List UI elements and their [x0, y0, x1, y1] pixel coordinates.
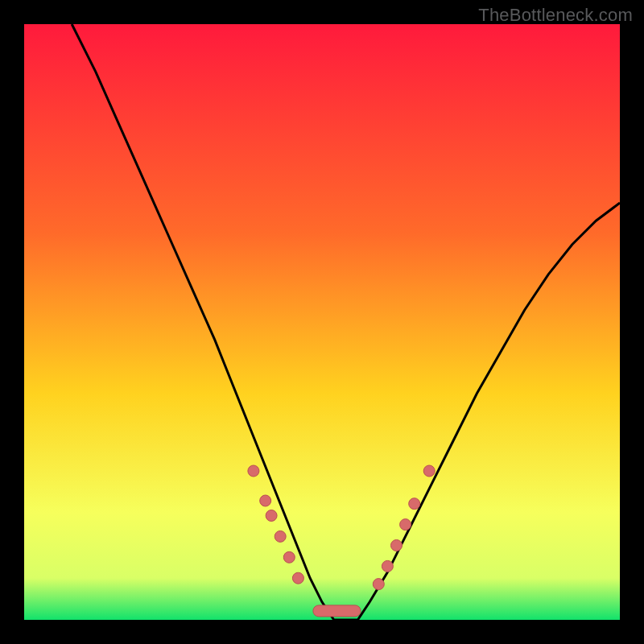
watermark-text: TheBottleneck.com: [478, 5, 633, 26]
data-point: [423, 465, 435, 477]
data-point: [275, 530, 286, 542]
data-point: [283, 551, 295, 563]
data-point: [409, 498, 420, 510]
data-point: [373, 579, 384, 590]
data-point: [266, 510, 277, 522]
data-point: [391, 540, 402, 551]
data-point: [260, 495, 271, 506]
data-point: [400, 519, 411, 530]
data-point: [248, 465, 259, 477]
data-point: [382, 560, 393, 572]
bottleneck-chart: [0, 0, 644, 644]
chart-stage: TheBottleneck.com: [0, 0, 644, 644]
plateau-marker: [313, 605, 361, 617]
data-point: [292, 572, 303, 584]
